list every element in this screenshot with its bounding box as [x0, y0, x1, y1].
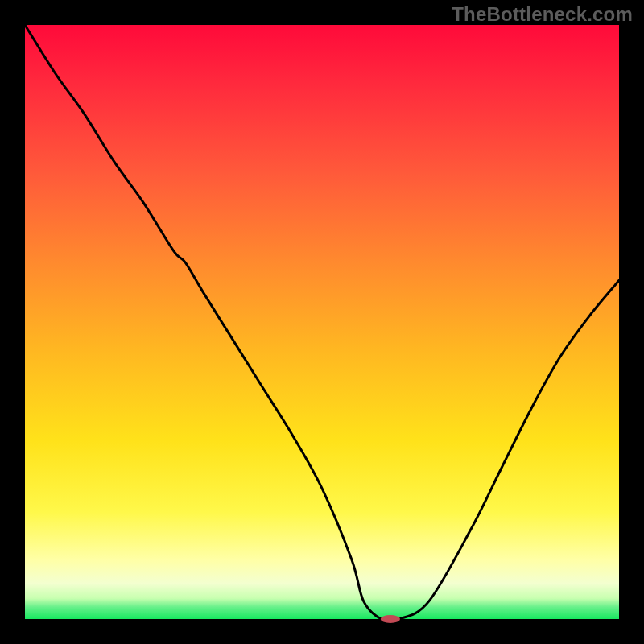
bottleneck-chart: [0, 0, 644, 644]
watermark-text: TheBottleneck.com: [452, 3, 633, 26]
optimum-marker: [381, 615, 400, 623]
plot-background: [25, 25, 619, 619]
